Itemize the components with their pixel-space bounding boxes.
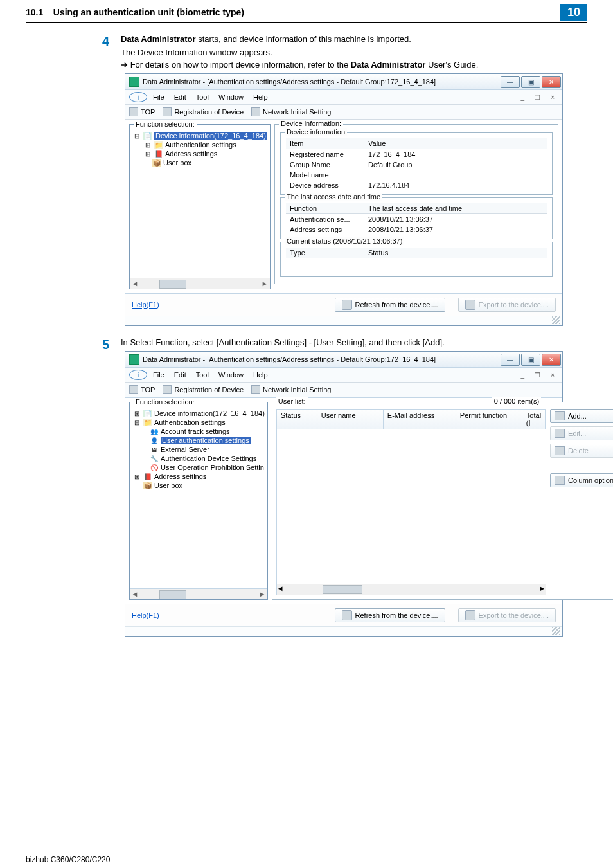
menu-help[interactable]: Help	[249, 93, 272, 101]
delete-icon	[555, 446, 565, 455]
step-4-number: 4	[26, 34, 109, 326]
tree-user-box[interactable]: User box	[163, 159, 191, 167]
tree-hscrollbar[interactable]: ◄►	[130, 588, 267, 599]
maximize-button[interactable]: ▣	[521, 76, 540, 88]
info-icon: i	[129, 92, 147, 102]
menu-window[interactable]: Window	[215, 371, 247, 379]
function-selection-panel: Function selection: ⊞📄Device information…	[129, 402, 268, 600]
section-header: 10.1 Using an authentication unit (biome…	[26, 0, 587, 23]
toolbar-top[interactable]: TOP	[129, 385, 155, 394]
window-title: Data Administrator - [Authentication set…	[143, 78, 436, 86]
toolbar-network[interactable]: Network Initial Setting	[251, 385, 331, 394]
menu-bar: i File Edit Tool Window Help _ ❐ ×	[125, 368, 562, 383]
edit-button: Edit...	[550, 426, 613, 440]
step-4-text: Data Administrator starts, and device in…	[121, 34, 581, 44]
column-option-button[interactable]: Column option...	[550, 473, 613, 487]
network-icon	[251, 385, 260, 394]
col-permit[interactable]: Permit function	[456, 410, 522, 429]
tree-user-box[interactable]: User box	[154, 482, 182, 489]
minimize-button[interactable]: —	[501, 354, 520, 366]
tree-user-op-prohibition[interactable]: User Operation Prohibition Settin	[161, 464, 264, 471]
tree-auth-device-settings[interactable]: Authentication Device Settings	[161, 455, 256, 462]
resize-grip[interactable]	[552, 627, 560, 635]
tree-external-server[interactable]: External Server	[161, 446, 209, 453]
home-icon	[129, 107, 138, 116]
toolbar-registration[interactable]: Registration of Device	[163, 385, 244, 394]
user-list-grid[interactable]: Status User name E-Mail address Permit f…	[276, 409, 546, 595]
plus-icon	[163, 385, 172, 394]
menu-window[interactable]: Window	[215, 93, 247, 101]
func-panel-title: Function selection:	[134, 398, 197, 406]
export-icon	[465, 300, 475, 310]
tree-account-track[interactable]: Account track settings	[161, 428, 230, 435]
child-restore[interactable]: ❐	[531, 94, 544, 101]
menu-tool[interactable]: Tool	[192, 371, 213, 379]
menu-file[interactable]: File	[149, 371, 168, 379]
add-icon	[555, 411, 565, 420]
resize-grip[interactable]	[552, 316, 560, 324]
tree-auth-settings[interactable]: Authentication settings	[154, 419, 226, 426]
app-icon	[129, 77, 139, 87]
toolbar-network[interactable]: Network Initial Setting	[251, 107, 331, 116]
child-restore[interactable]: ❐	[531, 372, 544, 379]
refresh-button[interactable]: Refresh from the device....	[335, 298, 445, 312]
window-title: Data Administrator - [Authentication set…	[143, 356, 436, 363]
step-4-sub2: For details on how to import device info…	[121, 60, 581, 69]
grid-hscrollbar[interactable]: ◄►	[277, 584, 546, 595]
menu-edit[interactable]: Edit	[170, 371, 190, 379]
screenshot-2: Data Administrator - [Authentication set…	[125, 351, 563, 637]
window-titlebar: Data Administrator - [Authentication set…	[125, 74, 562, 90]
tree-user-auth-settings[interactable]: User authentication settings	[161, 437, 251, 444]
edit-icon	[555, 429, 565, 438]
child-min[interactable]: _	[517, 372, 529, 379]
maximize-button[interactable]: ▣	[521, 354, 540, 366]
help-link[interactable]: Help(F1)	[132, 611, 159, 619]
child-close[interactable]: ×	[547, 94, 558, 101]
network-icon	[251, 107, 260, 116]
child-close[interactable]: ×	[547, 372, 558, 379]
user-list-panel: User list: 0 / 000 item(s) Status User n…	[272, 402, 613, 600]
col-username[interactable]: User name	[317, 410, 384, 429]
section-number: 10.1	[26, 7, 43, 17]
menu-bar: i File Edit Tool Window Help _ ❐ ×	[125, 90, 562, 105]
tree[interactable]: ⊞📄Device information(172_16_4_184) ⊟📁Aut…	[130, 402, 267, 588]
menu-help[interactable]: Help	[249, 371, 272, 379]
close-button[interactable]: ✕	[542, 76, 561, 88]
help-link[interactable]: Help(F1)	[132, 301, 159, 309]
device-info-group: Device information: Device information I…	[274, 124, 558, 284]
chapter-badge: 10	[560, 4, 587, 21]
step-4-sub1: The Device Information window appears.	[121, 48, 581, 57]
window-titlebar: Data Administrator - [Authentication set…	[125, 352, 562, 368]
step-5-text: In Select Function, select [Authenticati…	[121, 338, 581, 347]
user-list-title: User list:	[276, 397, 308, 405]
tree-address-settings[interactable]: Address settings	[165, 150, 217, 158]
col-status[interactable]: Status	[277, 410, 317, 429]
device-info-title: Device information:	[279, 120, 343, 127]
tree-device-info[interactable]: Device information(172_16_4_184)	[154, 132, 267, 140]
toolbar-top[interactable]: TOP	[129, 107, 155, 116]
export-icon	[465, 610, 475, 620]
tree[interactable]: ⊟📄Device information(172_16_4_184) ⊞📁Aut…	[130, 125, 270, 278]
toolbar-registration[interactable]: Registration of Device	[163, 107, 244, 116]
child-min[interactable]: _	[517, 94, 529, 101]
tree-hscrollbar[interactable]: ◄►	[130, 278, 270, 289]
menu-file[interactable]: File	[149, 93, 168, 101]
columns-icon	[555, 476, 565, 485]
close-button[interactable]: ✕	[542, 354, 561, 366]
refresh-button[interactable]: Refresh from the device....	[335, 608, 445, 622]
section-title: Using an authentication unit (biometric …	[53, 7, 244, 17]
screenshot-1: Data Administrator - [Authentication set…	[125, 73, 563, 326]
add-button[interactable]: Add...	[550, 409, 613, 423]
tree-device-info[interactable]: Device information(172_16_4_184)	[154, 410, 265, 417]
minimize-button[interactable]: —	[501, 76, 520, 88]
refresh-icon	[342, 300, 352, 310]
col-total[interactable]: Total (I	[522, 410, 546, 429]
tree-address-settings[interactable]: Address settings	[154, 473, 206, 480]
toolbar: TOP Registration of Device Network Initi…	[125, 105, 562, 120]
step-5-number: 5	[26, 338, 109, 637]
col-email[interactable]: E-Mail address	[384, 410, 456, 429]
menu-tool[interactable]: Tool	[192, 93, 213, 101]
menu-edit[interactable]: Edit	[170, 93, 190, 101]
func-panel-title: Function selection:	[134, 120, 197, 128]
tree-auth-settings[interactable]: Authentication settings	[165, 141, 236, 149]
